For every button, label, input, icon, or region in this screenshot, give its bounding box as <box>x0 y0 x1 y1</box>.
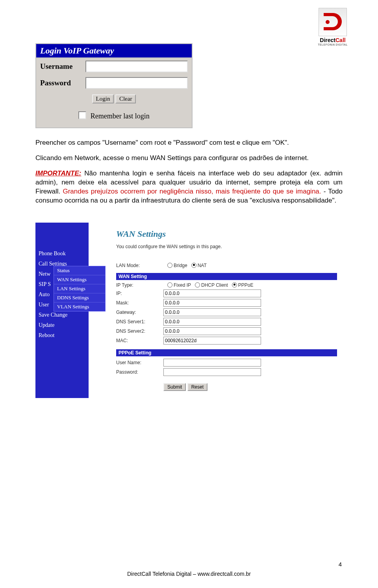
ip-type-fixed-text: Fixed IP <box>174 282 191 288</box>
login-title: Login VoIP Gateway <box>36 44 192 58</box>
lan-mode-bridge-radio[interactable] <box>167 263 172 268</box>
remember-label: Remember last login <box>91 112 150 120</box>
gateway-label: Gateway: <box>116 310 163 315</box>
ppp-user-label: User Name: <box>116 360 163 365</box>
password-input[interactable] <box>85 77 188 89</box>
clear-button[interactable]: Clear <box>115 94 136 103</box>
ip-type-pppoe-radio[interactable] <box>232 282 237 288</box>
sidebar-item-reboot[interactable]: Reboot <box>35 330 89 341</box>
sidebar-item-phonebook[interactable]: Phone Book <box>35 249 89 259</box>
lan-mode-label: LAN Mode: <box>116 263 163 268</box>
wan-section-bar: WAN Setting <box>116 273 337 280</box>
footer-text: DirectCall Telefonia Digital – www.direc… <box>0 571 378 577</box>
ip-type-label: IP Type: <box>116 282 163 288</box>
ppp-pass-input[interactable] <box>163 368 261 376</box>
password-label: Password <box>40 79 85 87</box>
ppp-pass-label: Password: <box>116 369 163 375</box>
username-label: Username <box>40 62 85 71</box>
network-submenu: Status WAN Settings LAN Settings DDNS Se… <box>54 266 106 312</box>
logo-text-a: Direct <box>320 37 335 43</box>
dns1-input[interactable] <box>163 318 261 326</box>
logo-text-b: Call <box>335 37 346 43</box>
paragraph-3: IMPORTANTE: Não mantenha login e senha f… <box>35 169 343 205</box>
mask-input[interactable] <box>163 299 261 307</box>
page-number: 4 <box>339 561 342 568</box>
p3-b: Grandes prejuízos ocorrem por negligênci… <box>63 188 321 195</box>
dns2-label: DNS Server2: <box>116 328 163 334</box>
logo-sub: TELEFONIA DIGITAL <box>311 43 354 46</box>
submenu-wan[interactable]: WAN Settings <box>54 275 105 284</box>
ppp-user-input[interactable] <box>163 359 261 367</box>
wan-heading: WAN Settings <box>116 229 337 239</box>
pppoe-section-bar: PPPoE Setting <box>116 349 337 356</box>
sidebar-item-update[interactable]: Update <box>35 320 89 330</box>
submit-button[interactable]: Submit <box>163 383 186 391</box>
ip-type-dhcp-text: DHCP Client <box>201 282 228 288</box>
ip-type-pppoe-text: PPPoE <box>238 282 254 288</box>
ip-type-fixed-radio[interactable] <box>167 282 172 288</box>
remember-checkbox[interactable] <box>78 111 86 119</box>
login-button[interactable]: Login <box>92 94 114 103</box>
submenu-lan[interactable]: LAN Settings <box>54 284 105 293</box>
lan-mode-nat-radio[interactable] <box>191 263 196 268</box>
ip-label: IP: <box>116 291 163 296</box>
ip-input[interactable] <box>163 289 261 297</box>
brand-logo: DirectCall TELEFONIA DIGITAL <box>311 8 354 46</box>
svg-point-0 <box>326 20 330 24</box>
important-label: IMPORTANTE: <box>35 170 81 177</box>
sidebar: Phone Book Call Settings Netw SIP S Auto… <box>35 223 89 398</box>
logo-mark <box>319 8 347 36</box>
dns1-label: DNS Server1: <box>116 319 163 324</box>
lan-mode-bridge-text: Bridge <box>174 263 187 268</box>
mask-label: Mask: <box>116 300 163 306</box>
login-panel: Login VoIP Gateway Username Password Log… <box>35 43 193 128</box>
wan-settings-screenshot: Phone Book Call Settings Netw SIP S Auto… <box>35 223 343 398</box>
username-input[interactable] <box>85 61 188 72</box>
paragraph-2: Clicando em Network, acesse o menu WAN S… <box>35 154 343 163</box>
dns2-input[interactable] <box>163 327 261 335</box>
wan-main: WAN Settings You could configure the WAN… <box>89 223 343 398</box>
mac-input[interactable] <box>163 337 261 345</box>
submenu-ddns[interactable]: DDNS Settings <box>54 293 105 302</box>
reset-button[interactable]: Reset <box>187 383 208 391</box>
body-copy: Preencher os campos "Username" com root … <box>35 138 343 205</box>
logo-text: DirectCall <box>311 37 354 43</box>
lan-mode-nat-text: NAT <box>198 263 207 268</box>
mac-label: MAC: <box>116 338 163 343</box>
paragraph-1: Preencher os campos "Username" com root … <box>35 138 343 147</box>
submenu-status[interactable]: Status <box>54 266 105 275</box>
gateway-input[interactable] <box>163 308 261 316</box>
submenu-vlan[interactable]: VLAN Settings <box>54 302 105 311</box>
ip-type-dhcp-radio[interactable] <box>195 282 200 288</box>
wan-desc: You could configure the WAN settings in … <box>116 244 337 249</box>
